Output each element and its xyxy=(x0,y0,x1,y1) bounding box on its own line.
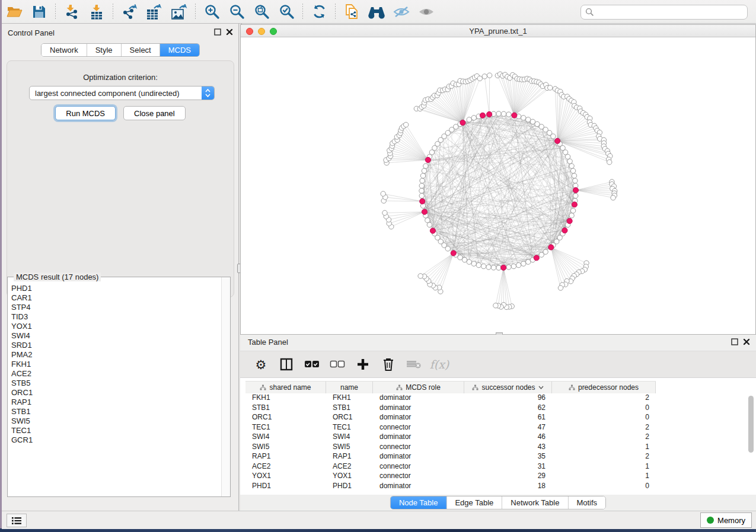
network-canvas[interactable] xyxy=(241,37,755,334)
network-node[interactable] xyxy=(521,261,526,266)
tab-node-table[interactable]: Node Table xyxy=(391,496,447,509)
table-settings-button[interactable]: ⚙ xyxy=(251,354,271,375)
mcds-hub-node[interactable] xyxy=(548,245,554,250)
network-node[interactable] xyxy=(526,117,531,122)
hide-selected-button[interactable] xyxy=(391,2,412,22)
table-scrollbar[interactable] xyxy=(748,396,754,453)
network-node[interactable] xyxy=(573,193,578,198)
close-panel-button[interactable]: Close panel xyxy=(123,106,186,120)
network-node[interactable] xyxy=(476,262,481,267)
search-box[interactable] xyxy=(580,5,748,20)
mcds-result-item[interactable]: STB5 xyxy=(11,379,221,388)
table-row[interactable]: STB1STB1dominator620 xyxy=(245,403,656,413)
table-row[interactable]: RAP1RAP1dominator352 xyxy=(245,451,656,462)
memory-button[interactable]: Memory xyxy=(700,512,752,528)
network-node[interactable] xyxy=(477,76,482,81)
network-node[interactable] xyxy=(471,116,476,120)
network-node[interactable] xyxy=(493,303,498,308)
network-node[interactable] xyxy=(539,252,544,257)
column-header-shared-name[interactable]: shared name xyxy=(245,382,326,393)
tab-motifs[interactable]: Motifs xyxy=(568,496,605,509)
import-network-button[interactable] xyxy=(62,2,82,22)
show-panels-button[interactable] xyxy=(7,514,27,527)
mcds-hub-node[interactable] xyxy=(512,113,517,118)
network-node[interactable] xyxy=(563,150,567,155)
network-node[interactable] xyxy=(567,159,572,164)
mcds-hub-node[interactable] xyxy=(420,198,425,204)
mcds-hub-node[interactable] xyxy=(487,111,492,117)
network-node[interactable] xyxy=(462,257,467,262)
tab-network-table[interactable]: Network Table xyxy=(502,496,568,509)
export-table-button[interactable] xyxy=(144,2,164,22)
network-node[interactable] xyxy=(548,85,553,90)
network-node[interactable] xyxy=(516,262,521,267)
mcds-hub-node[interactable] xyxy=(480,113,485,118)
network-node[interactable] xyxy=(420,178,425,183)
network-node[interactable] xyxy=(607,159,612,164)
network-node[interactable] xyxy=(486,265,491,270)
zoom-selected-button[interactable] xyxy=(276,2,296,22)
float-panel-icon[interactable] xyxy=(731,338,738,345)
run-mcds-button[interactable]: Run MCDS xyxy=(55,106,116,120)
network-node[interactable] xyxy=(569,164,574,168)
mcds-hub-node[interactable] xyxy=(451,251,456,256)
mcds-result-item[interactable]: TEC1 xyxy=(11,426,221,435)
show-columns-button[interactable] xyxy=(276,354,296,375)
mcds-hub-node[interactable] xyxy=(534,255,539,261)
tab-select[interactable]: Select xyxy=(122,44,160,56)
network-node[interactable] xyxy=(403,122,408,127)
table-row[interactable]: SWI4SWI4dominator462 xyxy=(245,432,656,442)
import-table-button[interactable] xyxy=(87,2,107,22)
close-panel-icon[interactable] xyxy=(226,28,233,36)
network-node[interactable] xyxy=(381,191,385,196)
column-header-predecessor-nodes[interactable]: predecessor nodes xyxy=(552,382,656,393)
mcds-result-item[interactable]: PHD1 xyxy=(11,284,221,293)
column-header-name[interactable]: name xyxy=(326,382,373,393)
network-node[interactable] xyxy=(496,111,501,116)
tab-mcds[interactable]: MCDS xyxy=(160,44,199,56)
mcds-hub-node[interactable] xyxy=(430,228,435,233)
network-node[interactable] xyxy=(419,193,424,198)
open-file-button[interactable] xyxy=(4,2,24,22)
table-row[interactable]: ORC1ORC1dominator610 xyxy=(245,412,656,422)
network-node[interactable] xyxy=(467,117,471,122)
network-node[interactable] xyxy=(491,265,496,270)
mcds-result-item[interactable]: SRD1 xyxy=(11,341,221,350)
show-all-button[interactable] xyxy=(416,2,436,22)
network-node[interactable] xyxy=(487,73,492,78)
mcds-hub-node[interactable] xyxy=(555,138,560,143)
network-node[interactable] xyxy=(506,112,511,117)
table-row[interactable]: SWI5SWI5connector431 xyxy=(245,442,656,452)
add-column-button[interactable] xyxy=(353,354,373,375)
network-node[interactable] xyxy=(611,196,615,200)
float-panel-icon[interactable] xyxy=(214,28,221,36)
network-node[interactable] xyxy=(419,188,424,193)
tab-network[interactable]: Network xyxy=(42,44,87,56)
close-panel-icon[interactable] xyxy=(743,338,750,345)
network-node[interactable] xyxy=(422,168,426,173)
column-header-MCDS-role[interactable]: MCDS role xyxy=(373,382,464,393)
mcds-result-item[interactable]: TID3 xyxy=(11,312,221,322)
zoom-in-button[interactable] xyxy=(202,2,222,22)
network-node[interactable] xyxy=(420,173,425,178)
mcds-result-item[interactable]: STB1 xyxy=(11,407,221,416)
network-view-titlebar[interactable]: YPA_prune.txt_1 xyxy=(241,25,755,37)
mcds-hub-node[interactable] xyxy=(562,227,567,233)
zoom-out-button[interactable] xyxy=(227,2,247,22)
network-node[interactable] xyxy=(471,261,476,266)
table-row[interactable]: YOX1YOX1connector291 xyxy=(245,471,656,481)
mcds-hub-node[interactable] xyxy=(425,157,430,162)
network-node[interactable] xyxy=(526,259,531,264)
network-node[interactable] xyxy=(511,264,516,268)
network-node[interactable] xyxy=(418,274,423,278)
mcds-result-item[interactable]: STP4 xyxy=(11,303,221,312)
network-node[interactable] xyxy=(427,222,432,227)
table-row[interactable]: FKH1FKH1dominator962 xyxy=(245,393,656,403)
tab-style[interactable]: Style xyxy=(87,44,122,56)
column-header-successor-nodes[interactable]: successor nodes xyxy=(464,382,552,393)
mcds-result-item[interactable]: SWI5 xyxy=(11,416,221,426)
network-node[interactable] xyxy=(481,264,486,268)
tab-edge-table[interactable]: Edge Table xyxy=(446,496,502,509)
function-builder-button[interactable]: f(x) xyxy=(429,354,449,375)
export-network-button[interactable] xyxy=(119,2,139,22)
